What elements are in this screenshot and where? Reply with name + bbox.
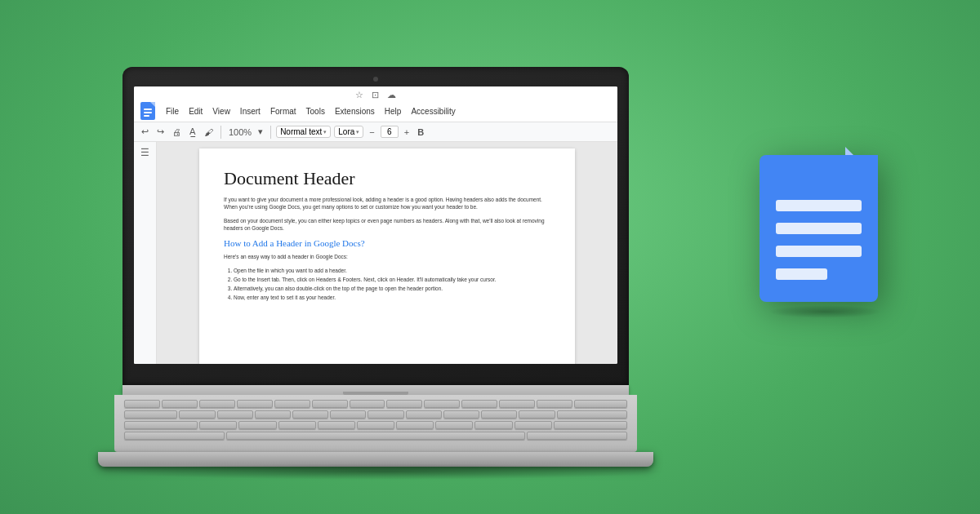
gdocs-icon-shadow — [768, 305, 882, 318]
laptop-keyboard — [114, 395, 637, 452]
list-item-3: Alternatively, you can also double-click… — [234, 285, 550, 293]
icon-line-4 — [776, 268, 827, 280]
font-selector[interactable]: Lora ▾ — [334, 126, 363, 138]
menu-view[interactable]: View — [208, 105, 234, 117]
gdocs-page: Document Header If you want to give your… — [199, 148, 575, 364]
gdocs-page-area: Document Header If you want to give your… — [157, 142, 617, 364]
key — [557, 410, 627, 419]
menu-insert[interactable]: Insert — [236, 105, 265, 117]
doc-header-h2: How to Add a Header in Google Docs? — [224, 238, 550, 248]
key — [124, 400, 160, 408]
key — [217, 410, 253, 419]
style-value: Normal text — [280, 127, 322, 136]
key — [124, 432, 225, 440]
gdocs-logo-line-3 — [144, 115, 149, 117]
menu-edit[interactable]: Edit — [185, 105, 207, 117]
doc-list: Open the file in which you want to add a… — [224, 267, 550, 301]
key — [318, 421, 355, 429]
list-item-4: Now, enter any text to set it as your he… — [234, 294, 550, 302]
key — [406, 410, 442, 419]
key — [527, 432, 627, 440]
laptop: ☆ ⊡ ☁ — [122, 67, 629, 480]
outline-icon[interactable]: ☰ — [140, 147, 149, 158]
bold-button[interactable]: B — [415, 126, 426, 139]
doc-header-h1: Document Header — [224, 168, 550, 189]
gdocs-chrome-icons: ☆ ⊡ ☁ — [140, 90, 611, 100]
gdocs-logo-line-1 — [144, 109, 152, 110]
font-size-plus[interactable]: + — [402, 126, 412, 139]
laptop-body: ☆ ⊡ ☁ — [122, 67, 629, 480]
key — [199, 400, 235, 408]
gdocs-body: ☰ Document Header If you want to give yo… — [134, 142, 617, 364]
zoom-arrow[interactable]: ▾ — [256, 125, 265, 139]
gdocs-icon — [760, 147, 890, 302]
key-row-3 — [124, 421, 627, 429]
font-size-minus[interactable]: − — [367, 126, 376, 139]
list-item-2: Go to the Insert tab. Then, click on Hea… — [234, 276, 550, 284]
icon-lines-container — [776, 200, 862, 280]
spell-check-button[interactable]: A̲ — [187, 125, 198, 139]
gdocs-top-bar: ☆ ⊡ ☁ — [134, 86, 617, 122]
doc-paragraph-1: If you want to give your document a more… — [224, 196, 550, 210]
key — [357, 421, 394, 429]
menu-extensions[interactable]: Extensions — [331, 105, 379, 117]
icon-body — [760, 155, 878, 302]
doc-paragraph-3: Here's an easy way to add a header in Go… — [224, 253, 550, 260]
key — [274, 400, 310, 408]
key — [514, 421, 552, 429]
gdocs-logo-line-2 — [144, 112, 152, 113]
key — [179, 410, 215, 419]
toolbar-sep-1 — [220, 126, 221, 139]
zoom-control[interactable]: 100% ▾ — [226, 125, 265, 139]
menu-accessibility[interactable]: Accessibility — [407, 105, 459, 117]
key — [499, 400, 535, 408]
key — [574, 400, 627, 408]
key-row-2 — [124, 410, 627, 419]
key — [435, 421, 473, 429]
key — [312, 400, 348, 408]
list-item-1: Open the file in which you want to add a… — [234, 267, 550, 275]
key — [330, 410, 366, 419]
icon-line-1 — [776, 200, 862, 211]
key — [386, 400, 422, 408]
key — [124, 410, 177, 419]
key-row-4 — [124, 432, 627, 440]
key — [474, 421, 512, 429]
spacebar — [226, 432, 525, 440]
key — [162, 400, 198, 408]
key — [255, 410, 291, 419]
key — [292, 410, 328, 419]
menu-help[interactable]: Help — [381, 105, 406, 117]
laptop-camera — [373, 77, 378, 82]
laptop-screen: ☆ ⊡ ☁ — [134, 86, 617, 364]
key — [278, 421, 316, 429]
gdocs-app: ☆ ⊡ ☁ — [134, 86, 617, 364]
key — [124, 421, 198, 429]
key — [368, 410, 403, 419]
paint-format-button[interactable]: 🖌 — [202, 126, 216, 139]
style-arrow: ▾ — [323, 129, 327, 135]
font-size-input[interactable]: 6 — [381, 126, 399, 138]
key — [443, 410, 479, 419]
key — [238, 421, 276, 429]
keyboard-rows — [114, 395, 637, 445]
style-selector[interactable]: Normal text ▾ — [276, 126, 331, 138]
menu-format[interactable]: Format — [266, 105, 301, 117]
key — [199, 421, 237, 429]
zoom-value[interactable]: 100% — [226, 126, 254, 139]
menu-file[interactable]: File — [162, 105, 183, 117]
gdocs-icon-wrapper — [760, 147, 890, 318]
icon-line-3 — [776, 246, 862, 257]
font-value: Lora — [338, 127, 354, 136]
key — [396, 421, 434, 429]
redo-button[interactable]: ↪ — [154, 125, 167, 139]
print-button[interactable]: 🖨 — [170, 126, 184, 139]
undo-button[interactable]: ↩ — [139, 125, 151, 139]
font-arrow: ▾ — [356, 129, 359, 135]
gdocs-logo — [140, 102, 155, 120]
key — [350, 400, 385, 408]
cloud-icon: ☁ — [387, 90, 396, 100]
gdocs-menu-row: File Edit View Insert Format Tools Exten… — [140, 102, 611, 120]
menu-tools[interactable]: Tools — [302, 105, 329, 117]
bookmark-icon: ☆ — [355, 90, 363, 100]
